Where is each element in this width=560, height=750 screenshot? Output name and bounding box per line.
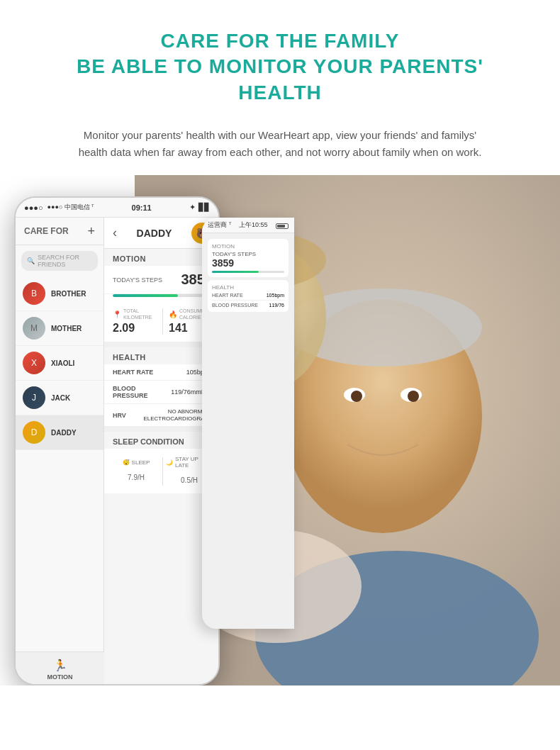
search-placeholder: SEARCH FOR FRIENDS — [38, 254, 92, 268]
second-phone-content: MOTION TODAY'S STEPS 3859 HEALTH HEART R… — [202, 233, 294, 320]
search-icon: 🔍 — [27, 257, 35, 264]
header-title-line2: BE ABLE TO MONITOR YOUR PARENTS' HEALTH — [57, 54, 503, 106]
hrv-label: HRV — [113, 412, 126, 419]
avatar-xiaoli: X — [23, 352, 45, 374]
sleep-icon-label: 😴 SLEEP — [123, 459, 150, 466]
motion-icon: 🏃 — [53, 659, 67, 672]
carrier-label: ●●●○ 中国电信 ᵀ — [47, 203, 94, 212]
signal-dots: ●●●○ — [24, 203, 43, 212]
sleep-icon: 😴 — [123, 459, 130, 466]
second-phone-carrier: 运营商 ᵀ — [208, 220, 231, 230]
header-section: CARE FOR THE FAMILY BE ABLE TO MONITOR Y… — [0, 0, 560, 120]
second-phone-status: 运营商 ᵀ 上午10:55 — [202, 218, 294, 233]
second-phone-time: 上午10:55 — [239, 220, 268, 230]
status-bar-right: ✦ ▊▊ — [189, 203, 210, 212]
peek-card: MOTION TODAY'S STEPS 3859 — [208, 239, 289, 277]
motion-tab-label: MOTION — [47, 673, 73, 681]
km-label: TOTAL — [123, 308, 152, 314]
description-text: Monitor your parents' health with our We… — [71, 127, 489, 161]
svg-point-7 — [408, 391, 419, 402]
care-for-header: CARE FOR + — [16, 218, 103, 245]
svg-point-6 — [351, 391, 362, 402]
flame-icon: 🔥 — [169, 310, 177, 318]
sleep-label: SLEEP — [132, 459, 150, 466]
km-stat: 📍 TOTAL KILOMETRE 2.09 — [113, 308, 157, 335]
km-label2: KILOMETRE — [123, 315, 152, 320]
friend-item-brother[interactable]: B BROTHER — [16, 276, 103, 311]
battery-icon: ▊▊ — [198, 203, 210, 212]
second-phone-battery — [276, 223, 289, 229]
status-bar-time: 09:11 — [132, 203, 152, 212]
bluetooth-icon: ✦ — [189, 203, 196, 212]
steps-progress-bar-fill — [113, 294, 178, 297]
friend-name-mother: MOTHER — [51, 325, 82, 332]
steps-progress-bar-bg — [113, 294, 213, 297]
calorie-label2: CALORIE — [179, 315, 205, 320]
friend-item-xiaoli[interactable]: X XIAOLI — [16, 346, 103, 381]
care-for-label: CARE FOR — [24, 226, 69, 236]
stay-up-icon: 🌙 — [166, 459, 173, 466]
battery-fill — [277, 225, 285, 228]
heart-rate-label: HEART RATE — [113, 369, 153, 376]
second-phone-peek: 运营商 ᵀ 上午10:55 MOTION TODAY'S STEPS 3859 … — [202, 218, 294, 629]
friend-item-daddy[interactable]: D DADDY — [16, 415, 103, 450]
location-icon: 📍 — [113, 310, 121, 318]
status-bar-left: ●●●○ ●●●○ 中国电信 ᵀ — [24, 203, 94, 212]
left-panel: CARE FOR + 🔍 SEARCH FOR FRIENDS B BROTHE… — [16, 218, 104, 685]
main-content: ●●●○ ●●●○ 中国电信 ᵀ 09:11 ✦ ▊▊ CARE FOR + 🔍… — [0, 175, 560, 685]
blood-pressure-label: BLOOD PRESSURE — [113, 385, 171, 399]
phone-mockup: ●●●○ ●●●○ 中国电信 ᵀ 09:11 ✦ ▊▊ CARE FOR + 🔍… — [14, 196, 220, 685]
avatar-daddy: D — [23, 421, 45, 444]
sleep-duration-stat: 😴 SLEEP 7.9/H — [113, 459, 159, 483]
back-button[interactable]: ‹ — [113, 225, 117, 240]
avatar-mother: M — [23, 317, 45, 340]
km-value: 2.09 — [113, 322, 157, 335]
friend-item-mother[interactable]: M MOTHER — [16, 311, 103, 346]
friend-name-brother: BROTHER — [51, 290, 86, 298]
friend-name-daddy: DADDY — [51, 429, 77, 437]
description-section: Monitor your parents' health with our We… — [0, 120, 560, 175]
friend-name-xiaoli: XIAOLI — [51, 359, 74, 367]
search-bar[interactable]: 🔍 SEARCH FOR FRIENDS — [21, 251, 98, 271]
avatar-brother: B — [23, 282, 45, 305]
friend-item-jack[interactable]: J JACK — [16, 381, 103, 415]
friend-name-jack: JACK — [51, 394, 70, 402]
avatar-jack: J — [23, 386, 45, 409]
detail-name: DADDY — [137, 228, 172, 239]
steps-label: TODAY'S STEPS — [113, 276, 162, 284]
sleep-divider — [162, 457, 163, 486]
sleep-value: 7.9/H — [128, 469, 145, 483]
battery-bar — [276, 223, 289, 229]
stats-divider — [162, 308, 163, 335]
stay-up-value: 0.5/H — [181, 471, 198, 486]
status-bar: ●●●○ ●●●○ 中国电信 ᵀ 09:11 ✦ ▊▊ — [16, 198, 218, 218]
calorie-label: CONSUME — [179, 308, 205, 314]
add-friend-button[interactable]: + — [87, 225, 95, 237]
header-title-line1: CARE FOR THE FAMILY — [57, 28, 503, 54]
motion-tab[interactable]: 🏃 MOTION — [16, 651, 104, 685]
peek-health-card: HEALTH HEART RATE 105bpm BLOOD PRESSURE … — [208, 280, 289, 312]
